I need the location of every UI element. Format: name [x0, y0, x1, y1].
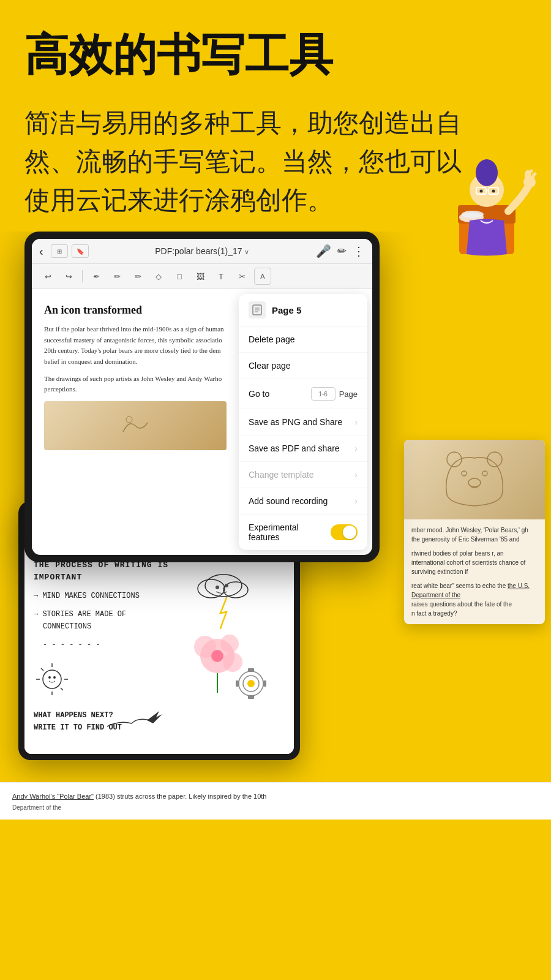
svg-text:→ STORIES ARE MADE OF: → STORIES ARE MADE OF [34, 610, 126, 619]
handwriting-content: THE PROCESS OF WRITING IS IMPORTANT → MI… [24, 546, 294, 754]
handwriting-svg: THE PROCESS OF WRITING IS IMPORTANT → MI… [24, 546, 294, 754]
save-pdf-item[interactable]: Save as PDF and share › [239, 435, 367, 462]
svg-text:IMPORTANT: IMPORTANT [34, 573, 82, 582]
more-icon[interactable]: ⋮ [353, 244, 365, 258]
svg-point-8 [480, 190, 483, 193]
svg-point-35 [53, 676, 56, 679]
page-title-label: Page 5 [272, 305, 301, 315]
svg-point-13 [126, 417, 132, 423]
chevron-right-icon2: › [354, 443, 358, 453]
ipad-main-toolbar2: ↩ ↪ ✒ ✏ ✏ ◇ □ 🖼 T ✂ A [32, 264, 372, 289]
svg-point-53 [247, 680, 255, 687]
experimental-toggle[interactable] [331, 524, 358, 540]
chevron-right-icon: › [354, 417, 358, 427]
bear-sketch [404, 440, 545, 519]
experimental-item[interactable]: Experimental features [239, 514, 367, 550]
doc-para2: The drawings of such pop artists as John… [44, 374, 227, 395]
bottom-strip-text: Andy Warhol's "Polar Bear" (1983) struts… [12, 791, 539, 802]
goto-row: Page [311, 387, 358, 401]
font-tool[interactable]: A [254, 268, 271, 285]
toolbar-icons: ⊞ 🔖 [51, 244, 89, 258]
undo-button[interactable]: ↩ [39, 268, 56, 285]
back-button[interactable]: ‹ [39, 244, 43, 258]
toolbar-right-actions: 🎤 ✏ ⋮ [316, 244, 365, 258]
svg-point-4 [479, 161, 494, 176]
svg-rect-51 [236, 680, 239, 687]
mic-icon[interactable]: 🎤 [316, 244, 331, 258]
image-tool[interactable]: 🖼 [192, 268, 209, 285]
right-text-2: rtwined bodies of polar bears r, an inte… [411, 549, 538, 576]
svg-text:- - - - - - -: - - - - - - - [43, 641, 100, 649]
svg-text:CONNECTIONS: CONNECTIONS [43, 622, 91, 631]
toggle-knob [343, 526, 356, 539]
svg-rect-49 [248, 668, 254, 672]
right-doc-text: mber mood. John Wesley, 'Polar Bears,' g… [404, 519, 545, 624]
svg-rect-52 [263, 680, 266, 687]
svg-text:→ MIND MAKES CONNECTIONS: → MIND MAKES CONNECTIONS [34, 592, 140, 600]
svg-line-33 [61, 688, 63, 690]
svg-point-43 [220, 635, 239, 653]
top-section: 高效的书写工具 简洁与易用的多种工具，助您创造出自然、流畅的手写笔记。当然，您也… [0, 0, 551, 232]
redo-button[interactable]: ↪ [60, 268, 77, 285]
highlighter-tool[interactable]: ✏ [129, 268, 146, 285]
right-text-3: reat white bear" seems to echo the the U… [411, 581, 538, 618]
pen-icon[interactable]: ✏ [337, 244, 347, 258]
page-icon [249, 301, 266, 318]
right-text-1: mber mood. John Wesley, 'Polar Bears,' g… [411, 526, 538, 544]
bottom-strip-content: Andy Warhol's "Polar Bear" (1983) struts… [0, 782, 551, 820]
bottom-strip: Andy Warhol's "Polar Bear" (1983) struts… [0, 782, 551, 820]
svg-point-12 [462, 211, 484, 218]
bookmark-icon[interactable]: 🔖 [72, 244, 89, 258]
svg-point-9 [492, 190, 495, 193]
tool-divider [82, 270, 83, 282]
svg-point-27 [43, 670, 61, 688]
clip-tool[interactable]: ✂ [233, 268, 250, 285]
svg-text:WHAT HAPPENS NEXT?: WHAT HAPPENS NEXT? [34, 711, 113, 720]
subtitle: 简洁与易用的多种工具，助您创造出自然、流畅的手写笔记。当然，您也可以使用云记来进… [24, 104, 484, 219]
svg-point-40 [225, 584, 228, 587]
select-tool[interactable]: □ [171, 268, 188, 285]
dropdown-menu: Page 5 Delete page Clear page Go to [239, 294, 367, 550]
svg-point-39 [216, 586, 219, 589]
svg-point-34 [48, 676, 51, 679]
chevron-right-icon4: › [354, 496, 358, 506]
svg-point-58 [468, 478, 481, 487]
department-text: Department of the [12, 804, 539, 811]
clear-page-item[interactable]: Clear page [239, 353, 367, 379]
dropdown-header: Page 5 [239, 294, 367, 326]
page-number-input[interactable] [311, 387, 335, 401]
ipad-main-toolbar: ‹ ⊞ 🔖 PDF:polar bears(1)_17 ∨ 🎤 ✏ ⋮ [32, 239, 372, 264]
svg-text:WRITE IT TO FIND OUT: WRITE IT TO FIND OUT [34, 723, 122, 732]
svg-point-45 [211, 650, 223, 662]
devices-wrapper: ‹ ⊞ 🔖 PDF:polar bears(1)_17 ∨ 🎤 ✏ ⋮ [0, 232, 551, 820]
svg-point-57 [482, 471, 487, 476]
svg-point-37 [198, 579, 225, 598]
document-content: An icon transformed But if the polar bea… [32, 289, 239, 555]
pen-tool[interactable]: ✒ [88, 268, 105, 285]
main-title: 高效的书写工具 [24, 31, 527, 79]
svg-point-56 [462, 471, 467, 476]
svg-rect-50 [248, 695, 254, 699]
doc-title: An icon transformed [44, 304, 227, 317]
svg-point-44 [223, 652, 242, 672]
goto-page-item[interactable]: Go to Page [239, 379, 367, 409]
delete-page-item[interactable]: Delete page [239, 326, 367, 353]
right-doc-panel: mber mood. John Wesley, 'Polar Bears,' g… [404, 440, 545, 624]
change-template-item[interactable]: Change template › [239, 462, 367, 488]
svg-line-32 [41, 668, 43, 671]
doc-para1: But if the polar bear thrived into the m… [44, 324, 227, 367]
text-tool[interactable]: T [212, 268, 230, 285]
document-title: PDF:polar bears(1)_17 ∨ [94, 246, 311, 256]
chevron-right-icon3: › [354, 470, 358, 480]
pencil-tool[interactable]: ✏ [108, 268, 126, 285]
ipad-main: ‹ ⊞ 🔖 PDF:polar bears(1)_17 ∨ 🎤 ✏ ⋮ [37, 232, 392, 562]
grid-icon[interactable]: ⊞ [51, 244, 68, 258]
add-sound-item[interactable]: Add sound recording › [239, 488, 367, 514]
eraser-tool[interactable]: ◇ [150, 268, 167, 285]
save-png-item[interactable]: Save as PNG and Share › [239, 409, 367, 435]
